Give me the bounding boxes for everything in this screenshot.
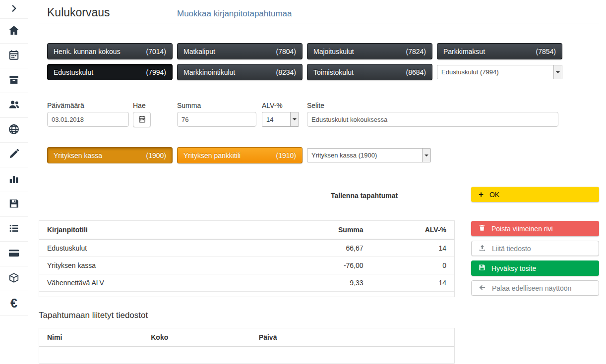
- sum-cell: 66,67: [288, 239, 371, 257]
- credit-card-icon: [8, 247, 20, 261]
- table-row: Vähennettävä ALV 9,33 14: [39, 274, 454, 292]
- expense-account-button-selected[interactable]: Edustuskulut (7994): [47, 64, 173, 80]
- main-content: Kulukorvaus Muokkaa kirjanpitotapahtumaa…: [28, 0, 606, 364]
- dropdown-arrow-icon: [553, 65, 562, 79]
- attach-file-button[interactable]: Liitä tiedosto: [471, 241, 599, 256]
- table-row: Yrityksen kassa -76,00 0: [39, 257, 454, 274]
- table-row: Edustuskulut 66,67 14: [39, 239, 454, 257]
- ok-button[interactable]: + OK: [471, 187, 599, 202]
- attachments-table-panel: Nimi Koko Päivä: [39, 328, 455, 364]
- date-input[interactable]: [47, 112, 129, 127]
- expense-account-button[interactable]: Parkkimaksut (7854): [437, 43, 562, 59]
- trash-icon: [479, 224, 485, 233]
- sidebar-item-list[interactable]: [0, 217, 28, 242]
- save-icon: [479, 264, 485, 272]
- button-code: (7854): [536, 48, 556, 55]
- search-label: Hae: [133, 102, 151, 109]
- sidebar-item-chart[interactable]: [0, 167, 28, 192]
- button-label: Edustuskulut: [54, 68, 93, 76]
- expense-account-button[interactable]: Matkaliput (7804): [177, 43, 303, 59]
- expense-account-button[interactable]: Markkinointikulut (8234): [177, 64, 303, 80]
- sidebar-item-calendar[interactable]: [0, 44, 28, 68]
- button-code: (7014): [146, 48, 166, 55]
- button-code: (7824): [406, 48, 426, 55]
- payment-account-select[interactable]: Yrityksen kassa (1900): [307, 148, 431, 162]
- sidebar-item-package[interactable]: [0, 266, 28, 291]
- floppy-icon: [8, 198, 19, 211]
- vat-cell: 14: [371, 274, 454, 292]
- select-value: Edustuskulut (7994): [437, 68, 553, 76]
- back-button[interactable]: Palaa edelliseen näyttöön: [471, 280, 599, 296]
- expense-account-button[interactable]: Majoituskulut (7824): [307, 43, 432, 59]
- account-cell: Edustuskulut: [39, 239, 288, 257]
- page-header: Kulukorvaus Muokkaa kirjanpitotapahtumaa: [39, 6, 599, 19]
- column-header: Koko: [143, 328, 251, 347]
- dropdown-arrow-icon: [422, 149, 430, 162]
- sidebar-item-edit[interactable]: [0, 143, 28, 167]
- sum-cell: -76,00: [288, 257, 371, 274]
- vat-cell: 14: [371, 239, 454, 257]
- button-label: Toimistokulut: [313, 68, 354, 76]
- sidebar-item-users[interactable]: [0, 93, 28, 118]
- arrow-left-icon: [479, 284, 486, 293]
- payment-account-button[interactable]: Yrityksen pankkitili (1910): [177, 147, 303, 163]
- users-icon: [8, 99, 20, 112]
- button-label: Majoituskulut: [313, 48, 354, 55]
- expense-account-button[interactable]: Henk. kunnan kokous (7014): [47, 43, 173, 59]
- page-title: Kulukorvaus: [47, 6, 177, 19]
- edit-entry-link[interactable]: Muokkaa kirjanpitotapahtumaa: [177, 9, 292, 19]
- payment-account-buttons: Yrityksen kassa (1900) Yrityksen pankkit…: [47, 147, 599, 163]
- chevron-right-icon: [10, 4, 18, 14]
- calendar-icon: [8, 50, 19, 62]
- select-value: 14: [262, 116, 290, 123]
- expense-account-button[interactable]: Toimistokulut (8684): [307, 64, 432, 80]
- globe-icon: [8, 123, 20, 137]
- table-header-row: Kirjanpitotili Summa ALV-%: [39, 221, 454, 239]
- entry-form: Päivämäärä Hae Summa ALV-% 14: [47, 102, 599, 127]
- bar-chart-icon: [8, 173, 19, 186]
- button-label: Yrityksen pankkitili: [183, 152, 241, 159]
- column-header: ALV-%: [371, 221, 454, 239]
- home-icon: [8, 24, 20, 38]
- button-label: Yrityksen kassa: [54, 152, 102, 159]
- description-input[interactable]: [307, 112, 558, 127]
- attachments-table: Nimi Koko Päivä: [39, 328, 454, 347]
- save-entries-label: Tallenna tapahtumat: [331, 192, 455, 200]
- payment-account-button-selected[interactable]: Yrityksen kassa (1900): [47, 147, 173, 163]
- approve-receipt-button[interactable]: Hyväksy tosite: [471, 260, 599, 276]
- date-picker-button[interactable]: [133, 112, 151, 127]
- button-code: (8234): [276, 68, 296, 76]
- calendar-icon: [138, 115, 146, 124]
- button-code: (1910): [276, 152, 296, 159]
- button-label: Markkinointikulut: [183, 68, 235, 76]
- sum-cell: 9,33: [288, 274, 371, 292]
- header-divider: [39, 23, 599, 23]
- sidebar-item-save[interactable]: [0, 192, 28, 217]
- button-label: Liitä tiedosto: [492, 245, 531, 253]
- button-label: Parkkimaksut: [443, 48, 485, 55]
- vat-label: ALV-%: [262, 102, 299, 109]
- select-value: Yrityksen kassa (1900): [307, 152, 422, 159]
- sidebar-item-euro[interactable]: €: [0, 291, 28, 316]
- sidebar-item-toggle[interactable]: [0, 0, 28, 19]
- dropdown-arrow-icon: [290, 112, 299, 126]
- sidebar-item-archive[interactable]: [0, 68, 28, 93]
- expense-account-select[interactable]: Edustuskulut (7994): [437, 65, 562, 79]
- plus-icon: +: [479, 190, 484, 199]
- sum-label: Summa: [177, 102, 256, 109]
- date-label: Päivämäärä: [47, 102, 129, 109]
- sidebar-item-card[interactable]: [0, 242, 28, 266]
- column-header: Kirjanpitotili: [39, 221, 288, 239]
- vat-select[interactable]: 14: [262, 112, 299, 127]
- archive-box-icon: [8, 74, 19, 87]
- attachments-title: Tapahtumaan liitetyt tiedostot: [39, 311, 455, 320]
- sidebar-item-globe[interactable]: [0, 118, 28, 143]
- sidebar-item-home[interactable]: [0, 19, 28, 44]
- entries-table-panel: Kirjanpitotili Summa ALV-% Edustuskulut …: [39, 220, 455, 297]
- button-code: (7994): [146, 68, 166, 76]
- column-header: Päivä: [251, 328, 454, 347]
- button-code: (7804): [276, 48, 296, 55]
- button-label: Matkaliput: [183, 48, 215, 55]
- sum-input[interactable]: [177, 112, 256, 127]
- delete-last-row-button[interactable]: Poista viimeinen rivi: [471, 221, 599, 236]
